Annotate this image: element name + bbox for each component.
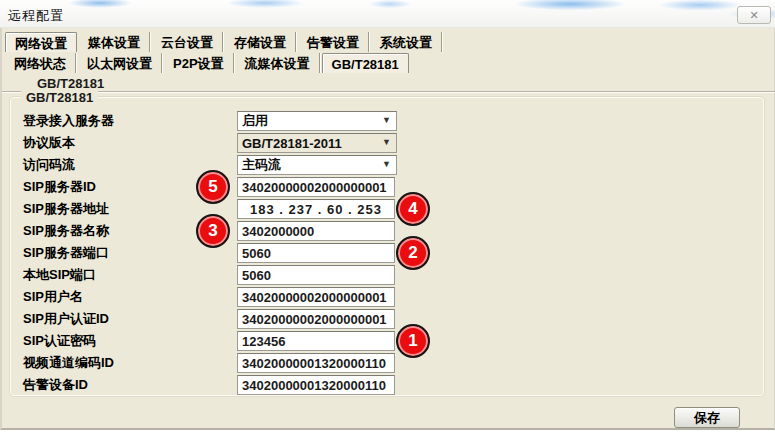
- form-row: SIP认证密码 1: [11, 331, 763, 351]
- tab-p2p-settings[interactable]: P2P设置: [164, 53, 234, 73]
- chevron-down-icon: ▼: [382, 115, 391, 125]
- window-title: 远程配置: [8, 7, 64, 25]
- field-label: SIP认证密码: [11, 332, 237, 350]
- sip-user-auth-id-input[interactable]: [237, 309, 395, 329]
- close-icon: ✕: [749, 9, 758, 22]
- remote-config-window: 远程配置 ✕ 网络设置 媒体设置 云台设置 存储设置 告警设置 系统设置 网络状…: [0, 0, 775, 434]
- protocol-version-select[interactable]: GB/T28181-2011 ▼: [237, 133, 397, 153]
- tab-alarm-settings[interactable]: 告警设置: [298, 32, 369, 52]
- field-label: 视频通道编码ID: [11, 354, 237, 372]
- breadcrumb: GB/T28181: [37, 76, 104, 91]
- gbt28181-groupbox: GB/T28181 登录接入服务器 启用 ▼ 协议版本 GB/T28181-20…: [10, 97, 764, 396]
- primary-tab-strip: 网络设置 媒体设置 云台设置 存储设置 告警设置 系统设置: [5, 32, 444, 52]
- form-row: SIP用户名: [11, 287, 763, 307]
- close-button[interactable]: ✕: [737, 6, 771, 24]
- sip-server-address-input[interactable]: 183 . 237 . 60 . 253: [237, 199, 395, 219]
- sip-server-id-input[interactable]: [237, 177, 395, 197]
- field-label: SIP服务器端口: [11, 244, 237, 262]
- field-label: 告警设备ID: [11, 376, 237, 394]
- title-bar: 远程配置 ✕: [0, 0, 775, 28]
- field-label: SIP服务器地址: [11, 200, 237, 218]
- form-row: 登录接入服务器 启用 ▼: [11, 111, 763, 131]
- tab-storage-settings[interactable]: 存储设置: [225, 32, 296, 52]
- alarm-device-id-input[interactable]: [237, 375, 395, 395]
- chevron-down-icon: ▼: [382, 137, 391, 147]
- form-row: 访问码流 主码流 ▼: [11, 155, 763, 175]
- form-row: 视频通道编码ID: [11, 353, 763, 373]
- tab-ethernet-settings[interactable]: 以太网设置: [78, 53, 162, 73]
- login-access-server-select[interactable]: 启用 ▼: [237, 111, 397, 131]
- annotation-badge-4: 4: [396, 192, 430, 226]
- annotation-badge-2: 2: [396, 236, 430, 270]
- sip-auth-password-input[interactable]: [237, 331, 395, 351]
- local-sip-port-input[interactable]: [237, 265, 395, 285]
- form-row: SIP服务器端口 2: [11, 243, 763, 263]
- field-label: 本地SIP端口: [11, 266, 237, 284]
- form-row: 协议版本 GB/T28181-2011 ▼: [11, 133, 763, 153]
- field-label: 访问码流: [11, 156, 237, 174]
- tab-streaming-settings[interactable]: 流媒体设置: [236, 53, 320, 73]
- field-label: 登录接入服务器: [11, 112, 237, 130]
- chevron-down-icon: ▼: [382, 159, 391, 169]
- form-row: 告警设备ID: [11, 375, 763, 395]
- groupbox-title: GB/T28181: [21, 90, 98, 105]
- secondary-tab-strip: 网络状态 以太网设置 P2P设置 流媒体设置 GB/T28181: [5, 53, 411, 73]
- annotation-badge-1: 1: [396, 324, 430, 358]
- field-label: SIP用户认证ID: [11, 310, 237, 328]
- form-row: SIP服务器名称 3: [11, 221, 763, 241]
- annotation-badge-3: 3: [196, 214, 230, 248]
- annotation-badge-5: 5: [196, 170, 230, 204]
- dialog-body: 网络设置 媒体设置 云台设置 存储设置 告警设置 系统设置 网络状态 以太网设置…: [0, 28, 775, 430]
- access-stream-select[interactable]: 主码流 ▼: [237, 155, 397, 175]
- separator-line: [2, 91, 775, 92]
- form-row: SIP用户认证ID: [11, 309, 763, 329]
- form-row: 本地SIP端口: [11, 265, 763, 285]
- tab-network-status[interactable]: 网络状态: [5, 53, 76, 73]
- video-channel-encode-id-input[interactable]: [237, 353, 395, 373]
- tab-network-settings[interactable]: 网络设置: [5, 32, 77, 52]
- sip-server-name-input[interactable]: [237, 221, 395, 241]
- tab-ptz-settings[interactable]: 云台设置: [152, 32, 223, 52]
- field-label: 协议版本: [11, 134, 237, 152]
- tab-gbt28181[interactable]: GB/T28181: [322, 53, 409, 73]
- sip-server-port-input[interactable]: [237, 243, 395, 263]
- sip-username-input[interactable]: [237, 287, 395, 307]
- tab-system-settings[interactable]: 系统设置: [371, 32, 442, 52]
- save-button[interactable]: 保存: [674, 407, 740, 428]
- form-row: SIP服务器地址 183 . 237 . 60 . 253 4: [11, 199, 763, 219]
- tab-media-settings[interactable]: 媒体设置: [79, 32, 150, 52]
- form-rows: 登录接入服务器 启用 ▼ 协议版本 GB/T28181-2011 ▼ 访问码流: [11, 111, 763, 397]
- form-row: SIP服务器ID 5: [11, 177, 763, 197]
- field-label: SIP用户名: [11, 288, 237, 306]
